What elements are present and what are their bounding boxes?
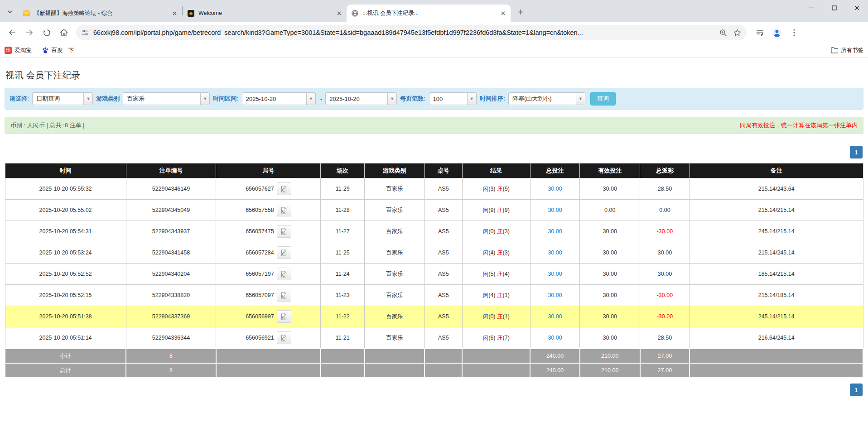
tab-title: :::视讯 会员下注纪录:::: [362, 10, 499, 17]
close-tab-icon[interactable]: [499, 9, 507, 17]
sum-empty: [216, 363, 321, 378]
chevron-down-icon[interactable]: ▼: [200, 93, 209, 105]
cell-table-no: AS5: [424, 264, 462, 285]
table-header-cell: 游戏类别: [365, 163, 425, 178]
sum-payout: 27.00: [640, 363, 690, 378]
cell-result: 闲(4) 庄(1): [462, 285, 530, 306]
site-info-tune-icon[interactable]: [82, 29, 89, 36]
video-replay-button[interactable]: [277, 289, 291, 302]
window-controls: [800, 0, 868, 15]
baidu-paw-icon: [42, 47, 49, 54]
url-text[interactable]: 66cxkj98.com/ipl/portal.php/game/betreco…: [93, 29, 719, 36]
cell-game-type: 百家乐: [365, 306, 425, 327]
sort-select[interactable]: 降幂(由大到小) ▼: [508, 92, 585, 105]
cell-total-bet[interactable]: 30.00: [530, 327, 580, 349]
url-bar[interactable]: 66cxkj98.com/ipl/portal.php/game/betreco…: [76, 25, 747, 40]
cell-result: 闲(0) 庄(1): [462, 306, 530, 327]
cell-round-id: 656057475: [216, 221, 321, 242]
chevron-down-icon[interactable]: ▼: [467, 93, 476, 105]
cell-valid-bet: 30.00: [580, 264, 640, 285]
chevron-down-icon[interactable]: ▼: [306, 93, 315, 105]
close-window-button[interactable]: [845, 0, 868, 15]
cell-total-bet[interactable]: 30.00: [530, 264, 580, 285]
tab-search-chevron-icon[interactable]: [4, 5, 16, 18]
tab-welcome[interactable]: Welcome: [183, 5, 347, 22]
minimize-button[interactable]: [800, 0, 823, 15]
table-row: 2025-10-20 05:55:32522904346149656057627…: [5, 178, 863, 200]
cell-payout: 30.00: [640, 264, 690, 285]
sum-empty: [424, 363, 462, 378]
game-type-select[interactable]: 百家乐 ▼: [123, 92, 210, 105]
tab-bet-records[interactable]: :::视讯 会员下注纪录:::: [347, 5, 511, 22]
chevron-down-icon[interactable]: ▼: [83, 93, 92, 105]
tab-title: 【新提醒】海燕策略论坛 - 综合: [34, 10, 170, 17]
cell-valid-bet: 30.00: [580, 242, 640, 264]
media-controls-icon[interactable]: [752, 25, 767, 40]
select-label: 请选择:: [10, 95, 29, 103]
page-1-button[interactable]: 1: [850, 384, 863, 396]
cell-result: 闲(5) 庄(4): [462, 264, 530, 285]
cell-total-bet[interactable]: 30.00: [530, 178, 580, 200]
video-replay-button[interactable]: [277, 225, 291, 238]
bookmark-star-icon[interactable]: [733, 29, 741, 37]
forward-icon[interactable]: [22, 25, 37, 40]
all-bookmarks[interactable]: 所有书签: [831, 47, 863, 54]
folder-icon: [831, 47, 838, 53]
tab-forum[interactable]: 【新提醒】海燕策略论坛 - 综合: [18, 5, 182, 22]
sum-empty: [462, 363, 530, 378]
table-row: 2025-10-20 05:55:02522904345049656057558…: [5, 200, 863, 221]
query-type-select[interactable]: 日期查询 ▼: [32, 92, 93, 105]
date-from-select[interactable]: 2025-10-20 ▼: [242, 92, 316, 105]
table-header-cell: 总投注: [530, 163, 580, 178]
cell-valid-bet: 30.00: [580, 306, 640, 327]
status-bar: 币别 : 人民币 | 总共 :8 注单 | 同局有效投注，统一计算在该局第一张注…: [5, 117, 863, 134]
profile-avatar[interactable]: [769, 25, 785, 40]
sort-value: 降幂(由大到小): [509, 93, 576, 105]
cell-table-no: AS5: [424, 285, 462, 306]
page-1-button[interactable]: 1: [850, 146, 863, 158]
video-replay-button[interactable]: [277, 182, 291, 195]
date-to-select[interactable]: 2025-10-20 ▼: [325, 92, 397, 105]
video-replay-button[interactable]: [277, 204, 291, 216]
cell-time: 2025-10-20 05:52:52: [5, 264, 126, 285]
globe-icon: [351, 10, 359, 17]
table-header-cell: 桌号: [424, 163, 462, 178]
cell-total-bet[interactable]: 30.00: [530, 306, 580, 327]
cell-result: 闲(3) 庄(5): [462, 178, 530, 200]
close-tab-icon[interactable]: [335, 9, 343, 17]
menu-dots-icon[interactable]: [786, 25, 802, 40]
close-tab-icon[interactable]: [170, 9, 178, 17]
cell-result: 闲(4) 庄(3): [462, 242, 530, 264]
video-replay-button[interactable]: [277, 268, 291, 280]
chevron-down-icon[interactable]: ▼: [576, 93, 585, 105]
sum-count: 8: [126, 363, 216, 378]
reload-icon[interactable]: [39, 25, 54, 40]
cell-round-id: 656057284: [216, 242, 321, 264]
zoom-level-icon[interactable]: [719, 29, 727, 37]
cell-total-bet[interactable]: 30.00: [530, 200, 580, 221]
video-replay-button[interactable]: [277, 310, 291, 323]
home-icon[interactable]: [56, 25, 72, 40]
video-replay-button[interactable]: [277, 246, 291, 259]
sum-empty: [365, 363, 425, 378]
page-size-select[interactable]: 100 ▼: [429, 92, 477, 105]
cell-total-bet[interactable]: 30.00: [530, 285, 580, 306]
bookmark-baidu[interactable]: 百度一下: [42, 47, 74, 54]
table-header-cell: 有效投注: [580, 163, 640, 178]
search-button[interactable]: 查询: [590, 92, 616, 106]
new-tab-button[interactable]: [514, 5, 527, 18]
maximize-button[interactable]: [823, 0, 845, 15]
bookmarks-bar: 淘 爱淘宝 百度一下 所有书签: [0, 43, 868, 58]
video-replay-button[interactable]: [277, 331, 291, 344]
cell-game-type: 百家乐: [365, 221, 425, 242]
bookmark-taobao[interactable]: 淘 爱淘宝: [5, 47, 32, 54]
back-icon[interactable]: [5, 25, 20, 40]
cell-total-bet[interactable]: 30.00: [530, 221, 580, 242]
cell-time: 2025-10-20 05:51:14: [5, 327, 126, 349]
cell-session: 11-28: [321, 200, 365, 221]
cell-bet-id: 522904338820: [126, 285, 216, 306]
sum-label: 总计: [5, 363, 126, 378]
cell-total-bet[interactable]: 30.00: [530, 242, 580, 264]
chevron-down-icon[interactable]: ▼: [387, 93, 396, 105]
cell-table-no: AS5: [424, 178, 462, 200]
